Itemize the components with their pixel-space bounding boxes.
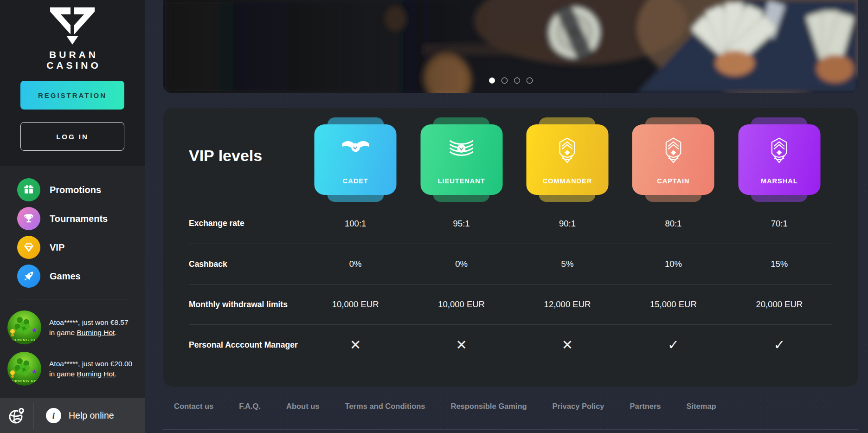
tier-header-row: VIP levels CADETLIEUTENANTCOMMANDERCAPTA… (189, 108, 832, 203)
tier-column: CAPTAIN (620, 108, 726, 203)
game-thumb-title: BURNING HOT (7, 379, 41, 383)
game-thumb-title: BURNING HOT (7, 338, 41, 342)
cross-icon: ✕ (408, 337, 514, 353)
sidebar-item-label: VIP (50, 242, 64, 253)
row-value: 80:1 (620, 219, 726, 229)
brand-line2: CASINO (44, 60, 101, 71)
row-value: 5% (514, 259, 620, 269)
tier-card-face: CAPTAIN (632, 124, 714, 195)
vip-tier-card-lieutenant: LIEUTENANT (420, 124, 502, 195)
sidebar-item-tournaments[interactable]: Tournaments (17, 207, 145, 230)
tier-column: MARSHAL (727, 108, 832, 203)
coin-art (10, 370, 15, 375)
row-value: 15% (727, 259, 832, 269)
shield-chevron-icon (558, 124, 577, 165)
win-line1: Atoa*****, just won €20.00 (49, 359, 132, 369)
check-icon: ✓ (620, 337, 726, 353)
table-row: Exchange rate100:195:190:180:170:1 (189, 203, 832, 244)
tier-column: COMMANDER (514, 108, 620, 203)
game-thumbnail[interactable]: ★BURNING HOT (7, 310, 41, 344)
row-label: Exchange rate (189, 219, 302, 228)
recent-wins-feed: ★BURNING HOTAtoa*****, just won €8.57in … (0, 299, 145, 393)
footer-link-contact-us[interactable]: Contact us (174, 402, 213, 411)
row-value: 100:1 (302, 219, 408, 229)
row-value: 10% (620, 259, 726, 269)
win-text: Atoa*****, just won €8.57in game Burning… (49, 317, 129, 338)
footer-links: Contact usF.A.Q.About usTerms and Condit… (174, 395, 858, 417)
carousel-dot-4[interactable] (527, 78, 533, 84)
brand-logo[interactable]: BURAN CASINO (0, 6, 145, 71)
hero-banner (163, 0, 858, 93)
page-title: VIP levels (189, 147, 302, 165)
sidebar-item-games[interactable]: Games (17, 265, 145, 288)
carousel-dot-2[interactable] (502, 78, 508, 84)
cadet-wings-icon (341, 124, 370, 159)
login-button[interactable]: LOG IN (20, 122, 124, 151)
carousel-dot-1[interactable] (489, 78, 495, 84)
sidebar-bottom-bar: i Help online (0, 398, 145, 433)
row-value: 0% (408, 259, 514, 269)
table-row: Personal Acccount Manager✕✕✕✓✓ (189, 324, 832, 365)
row-value: 15,000 EUR (620, 299, 726, 310)
win-text: Atoa*****, just won €20.00in game Burnin… (49, 359, 132, 379)
footer-link-f-a-q-[interactable]: F.A.Q. (239, 402, 261, 411)
game-link[interactable]: Burning Hot (77, 370, 115, 378)
clover-art (16, 357, 23, 365)
cross-icon: ✕ (302, 337, 408, 353)
tier-card-face: CADET (315, 124, 397, 195)
footer-link-terms-and-conditions[interactable]: Terms and Conditions (345, 402, 425, 411)
table-row: Cashback0%0%5%10%15% (189, 244, 832, 284)
row-value: 0% (302, 259, 408, 269)
row-value: 10,000 EUR (408, 299, 514, 310)
language-selector[interactable] (0, 406, 33, 426)
tier-name: LIEUTENANT (438, 177, 485, 185)
tier-name: COMMANDER (543, 177, 592, 185)
clover-art (16, 316, 23, 323)
footer-link-sitemap[interactable]: Sitemap (686, 402, 716, 411)
win-line2: in game Burning Hot. (49, 328, 129, 338)
footer-link-responsible-gaming[interactable]: Responsible Gaming (450, 402, 527, 411)
tier-card-face: MARSHAL (738, 124, 820, 195)
sidebar-item-vip[interactable]: VIP (17, 236, 145, 259)
footer-link-partners[interactable]: Partners (630, 402, 661, 411)
vip-levels-card: VIP levels CADETLIEUTENANTCOMMANDERCAPTA… (163, 108, 858, 387)
globe-pin-icon (7, 406, 26, 426)
help-online-button[interactable]: i Help online (46, 408, 114, 423)
brand-name: BURAN CASINO (44, 49, 101, 71)
win-line1: Atoa*****, just won €8.57 (49, 317, 129, 328)
bc-monogram-icon (44, 6, 101, 45)
tier-card-face: LIEUTENANT (420, 124, 502, 195)
tier-card-face: COMMANDER (526, 124, 608, 195)
check-icon: ✓ (727, 337, 832, 353)
star-art: ★ (32, 368, 38, 376)
registration-button[interactable]: REGISTRATION (20, 81, 124, 110)
sergeant-stripes-icon (449, 124, 475, 161)
shield-chevron-icon (770, 124, 789, 165)
row-value: 10,000 EUR (302, 299, 408, 310)
tier-name: CADET (343, 177, 368, 185)
info-icon: i (46, 408, 61, 423)
footer-link-about-us[interactable]: About us (286, 402, 320, 411)
win-line2: in game Burning Hot. (49, 369, 132, 379)
carousel-dot-3[interactable] (514, 78, 520, 84)
game-link[interactable]: Burning Hot (77, 329, 115, 336)
footer-link-privacy-policy[interactable]: Privacy Policy (553, 402, 604, 411)
vip-tier-card-captain: CAPTAIN (632, 124, 714, 195)
footer: Contact usF.A.Q.About usTerms and Condit… (163, 395, 858, 430)
table-row: Monthly withdrawal limits10,000 EUR10,00… (189, 284, 832, 324)
trophy-icon (17, 207, 40, 230)
tier-name: CAPTAIN (657, 177, 689, 185)
row-value: 70:1 (727, 219, 832, 229)
sidebar-item-promotions[interactable]: Promotions (17, 178, 145, 201)
row-label: Personal Acccount Manager (189, 340, 302, 350)
sidebar-nav: PromotionsTournamentsVIPGames (0, 166, 145, 293)
coin-art (10, 329, 15, 334)
vip-tier-card-marshal: MARSHAL (738, 124, 820, 195)
gift-icon (17, 178, 40, 201)
help-online-label: Help online (69, 410, 114, 421)
diamond-icon (17, 236, 40, 259)
game-thumbnail[interactable]: ★BURNING HOT (7, 352, 41, 386)
vip-tier-card-commander: COMMANDER (526, 124, 608, 195)
row-value: 20,000 EUR (727, 299, 832, 310)
vip-tier-card-cadet: CADET (315, 124, 397, 195)
